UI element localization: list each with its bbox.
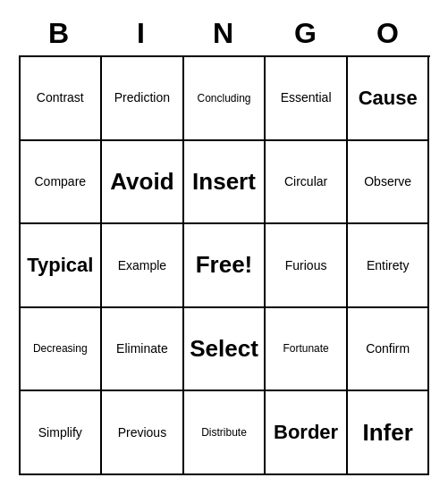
bingo-cell[interactable]: Fortunate (266, 308, 348, 392)
bingo-cell[interactable]: Select (184, 308, 266, 392)
cell-text: Example (118, 258, 166, 273)
cell-text: Entirety (367, 258, 409, 273)
bingo-header: B I N G O (19, 11, 430, 55)
cell-text: Select (190, 335, 258, 363)
bingo-cell[interactable]: Confirm (348, 308, 430, 392)
cell-text: Infer (363, 419, 413, 447)
cell-text: Contrast (37, 90, 84, 105)
bingo-cell[interactable]: Compare (21, 141, 103, 225)
cell-text: Eliminate (116, 341, 168, 356)
bingo-cell[interactable]: Free! (184, 224, 266, 308)
cell-text: Compare (35, 174, 87, 189)
bingo-cell[interactable]: Distribute (184, 391, 266, 475)
bingo-cell[interactable]: Entirety (348, 224, 430, 308)
bingo-cell[interactable]: Previous (102, 391, 184, 475)
bingo-cell[interactable]: Simplify (21, 391, 103, 475)
cell-text: Insert (192, 168, 256, 196)
bingo-grid: ContrastPredictionConcludingEssentialCau… (19, 55, 430, 475)
cell-text: Typical (27, 254, 93, 277)
cell-text: Essential (281, 90, 332, 105)
bingo-cell[interactable]: Furious (266, 224, 348, 308)
bingo-cell[interactable]: Decreasing (21, 308, 103, 392)
bingo-card: B I N G O ContrastPredictionConcludingEs… (19, 11, 430, 475)
bingo-cell[interactable]: Example (102, 224, 184, 308)
bingo-cell[interactable]: Essential (266, 57, 348, 141)
header-g: G (266, 11, 348, 55)
cell-text: Border (274, 421, 338, 444)
bingo-cell[interactable]: Concluding (184, 57, 266, 141)
cell-text: Confirm (366, 341, 410, 356)
cell-text: Free! (196, 251, 253, 279)
bingo-cell[interactable]: Observe (348, 141, 430, 225)
cell-text: Circular (284, 174, 327, 189)
bingo-cell[interactable]: Contrast (21, 57, 103, 141)
bingo-cell[interactable]: Avoid (102, 141, 184, 225)
bingo-cell[interactable]: Infer (348, 391, 430, 475)
bingo-cell[interactable]: Typical (21, 224, 103, 308)
cell-text: Concluding (197, 92, 250, 105)
bingo-cell[interactable]: Border (266, 391, 348, 475)
header-o: O (348, 11, 430, 55)
cell-text: Cause (359, 87, 418, 110)
bingo-cell[interactable]: Cause (348, 57, 430, 141)
bingo-cell[interactable]: Prediction (102, 57, 184, 141)
header-i: I (101, 11, 183, 55)
header-b: B (19, 11, 101, 55)
cell-text: Decreasing (33, 342, 88, 355)
cell-text: Observe (364, 174, 411, 189)
cell-text: Simplify (38, 425, 82, 440)
bingo-cell[interactable]: Circular (266, 141, 348, 225)
cell-text: Distribute (201, 426, 247, 439)
cell-text: Previous (118, 425, 166, 440)
cell-text: Prediction (114, 90, 170, 105)
cell-text: Fortunate (283, 342, 328, 355)
bingo-cell[interactable]: Insert (184, 141, 266, 225)
bingo-cell[interactable]: Eliminate (102, 308, 184, 392)
cell-text: Furious (285, 258, 327, 273)
cell-text: Avoid (110, 168, 173, 196)
header-n: N (183, 11, 266, 55)
